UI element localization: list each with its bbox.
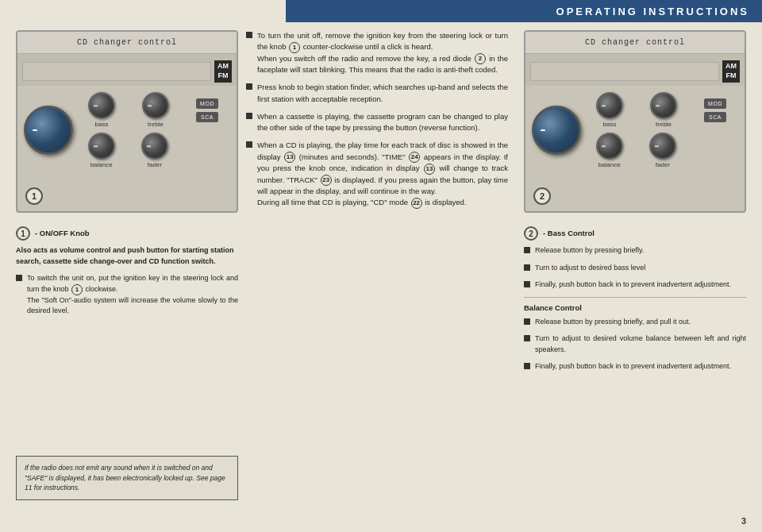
warning-box: If the radio does not emit any sound whe… <box>16 456 238 500</box>
left-small-knobs: bass treble MOD SCA balance fad <box>78 92 230 168</box>
left-treble-control: treble <box>142 92 169 128</box>
knob-badge-1: 1 <box>289 42 300 53</box>
diode-badge-2: 2 <box>475 53 486 64</box>
left-am-fm-badge: AM FM <box>214 60 232 82</box>
page-title: OPERATING INSTRUCTIONS <box>556 6 749 17</box>
right-bass-knob[interactable] <box>596 92 623 119</box>
left-panel-title: CD changer control <box>17 32 237 54</box>
section-1-description: Also acts as volume control and push but… <box>16 245 238 267</box>
bottom-right-section: 2 - Bass Control Release button by press… <box>524 226 746 379</box>
right-sca-button[interactable]: SCA <box>704 112 726 122</box>
middle-bullet-2: Press knob to begin station finder, whic… <box>246 82 508 105</box>
balance-bullet-3: Finally, push button back in to prevent … <box>524 361 746 372</box>
right-fader-control: fader <box>649 133 676 168</box>
bullet-icon-1 <box>246 32 252 38</box>
right-bass-control: bass <box>596 92 623 128</box>
section-1-badge: 1 <box>16 226 30 241</box>
section-1-bullet-icon <box>16 275 22 281</box>
left-fader-label: fader <box>148 161 162 168</box>
bass-bullet-icon-1 <box>524 247 530 253</box>
right-panel-title: CD changer control <box>525 32 745 54</box>
left-display-area: AM FM <box>17 54 237 86</box>
left-fader-control: fader <box>141 133 168 168</box>
middle-bullet-3: When a cassette is playing, the cassette… <box>246 111 508 134</box>
track-badge-23: 23 <box>321 175 332 186</box>
left-bass-control: bass <box>88 92 115 128</box>
left-bass-knob[interactable] <box>88 92 115 119</box>
balance-bullet-icon-1 <box>524 318 530 325</box>
knob-ref-1: 1 <box>71 284 83 295</box>
right-main-knob[interactable] <box>532 106 581 155</box>
right-balance-label: balance <box>598 161 621 168</box>
bullet-icon-2 <box>246 83 252 90</box>
right-bass-label: bass <box>603 121 617 128</box>
bass-bullet-icon-2 <box>524 264 530 271</box>
balance-bullet-icon-3 <box>524 363 530 369</box>
bass-bullet-icon-3 <box>524 281 530 287</box>
right-panel-badge: 2 <box>533 187 551 205</box>
left-balance-label: balance <box>90 161 113 168</box>
display-badge-13: 13 <box>284 152 295 163</box>
balance-bullet-1: Release button by pressing briefly, and … <box>524 317 746 328</box>
bass-bullet-3-text: Finally, push button back in to prevent … <box>535 279 731 291</box>
right-fader-knob[interactable] <box>649 133 676 160</box>
right-balance-knob[interactable] <box>596 133 623 160</box>
right-fader-label: fader <box>656 161 670 168</box>
left-balance-knob[interactable] <box>88 133 115 160</box>
section-1-header: 1 - ON/OFF Knob <box>16 226 238 241</box>
radio-panel-left: CD changer control AM FM bass treble MOD… <box>16 30 238 213</box>
left-panel-badge: 1 <box>25 187 43 205</box>
left-treble-label: treble <box>148 121 164 128</box>
bass-bullet-2: Turn to adjust to desired bass level <box>524 263 746 274</box>
middle-instructions: To turn the unit off, remove the ignitio… <box>246 30 508 215</box>
balance-bullet-icon-2 <box>524 335 530 341</box>
right-side-buttons: MOD SCA <box>704 98 726 122</box>
page-number: 3 <box>741 516 746 526</box>
display-badge-13b: 13 <box>424 164 435 175</box>
bass-bullet-3: Finally, push button back in to prevent … <box>524 279 746 291</box>
right-treble-control: treble <box>650 92 677 128</box>
balance-bullet-2: Turn to adjust to desired volume balance… <box>524 333 746 355</box>
section-2-title: - Bass Control <box>543 228 595 239</box>
right-mod-button[interactable]: MOD <box>704 98 726 109</box>
right-balance-control: balance <box>596 133 623 168</box>
left-fader-knob[interactable] <box>141 133 168 160</box>
middle-bullet-1-text: To turn the unit off, remove the ignitio… <box>257 30 508 75</box>
page-header: OPERATING INSTRUCTIONS <box>286 0 762 22</box>
right-am-fm-badge: AM FM <box>722 60 740 82</box>
left-mod-button[interactable]: MOD <box>196 98 218 109</box>
left-sca-button[interactable]: SCA <box>196 112 218 122</box>
warning-text: If the radio does not emit any sound whe… <box>25 464 225 492</box>
section-divider <box>524 297 746 298</box>
bass-bullet-1: Release button by pressing briefly. <box>524 245 746 256</box>
middle-bullet-4-text: When a CD is playing, the play time for … <box>257 140 508 208</box>
left-main-knob[interactable] <box>24 106 73 155</box>
time-badge-24: 24 <box>409 152 420 163</box>
bullet-icon-3 <box>246 113 252 119</box>
right-display-area: AM FM <box>525 54 745 86</box>
bass-bullet-2-text: Turn to adjust to desired bass level <box>535 263 645 274</box>
balance-control-title: Balance Control <box>524 303 746 314</box>
left-bass-label: bass <box>95 121 109 128</box>
section-2-header: 2 - Bass Control <box>524 226 746 241</box>
right-treble-knob[interactable] <box>650 92 677 119</box>
balance-bullet-3-text: Finally, push button back in to prevent … <box>535 361 731 372</box>
balance-bullet-1-text: Release button by pressing briefly, and … <box>535 317 691 328</box>
right-small-knobs: bass treble MOD SCA balance fad <box>586 92 738 168</box>
section-1-bullet-1: To switch the unit on, put the ignition … <box>16 273 238 317</box>
bullet-icon-4 <box>246 141 252 148</box>
radio-panel-right: CD changer control AM FM bass treble MOD… <box>524 30 746 213</box>
middle-bullet-3-text: When a cassette is playing, the cassette… <box>257 111 508 134</box>
bottom-left-section: 1 - ON/OFF Knob Also acts as volume cont… <box>16 226 238 323</box>
middle-bullet-4: When a CD is playing, the play time for … <box>246 140 508 208</box>
middle-bullet-1: To turn the unit off, remove the ignitio… <box>246 30 508 75</box>
left-treble-knob[interactable] <box>142 92 169 119</box>
left-side-buttons: MOD SCA <box>196 98 218 122</box>
middle-bullet-2-text: Press knob to begin station finder, whic… <box>257 82 508 105</box>
mode-badge-22: 22 <box>411 198 422 209</box>
section-1-title: - ON/OFF Knob <box>35 228 90 239</box>
balance-bullet-2-text: Turn to adjust to desired volume balance… <box>535 333 746 355</box>
left-balance-control: balance <box>88 133 115 168</box>
section-2-badge: 2 <box>524 226 538 241</box>
section-1-bullet-text: To switch the unit on, put the ignition … <box>27 273 238 317</box>
